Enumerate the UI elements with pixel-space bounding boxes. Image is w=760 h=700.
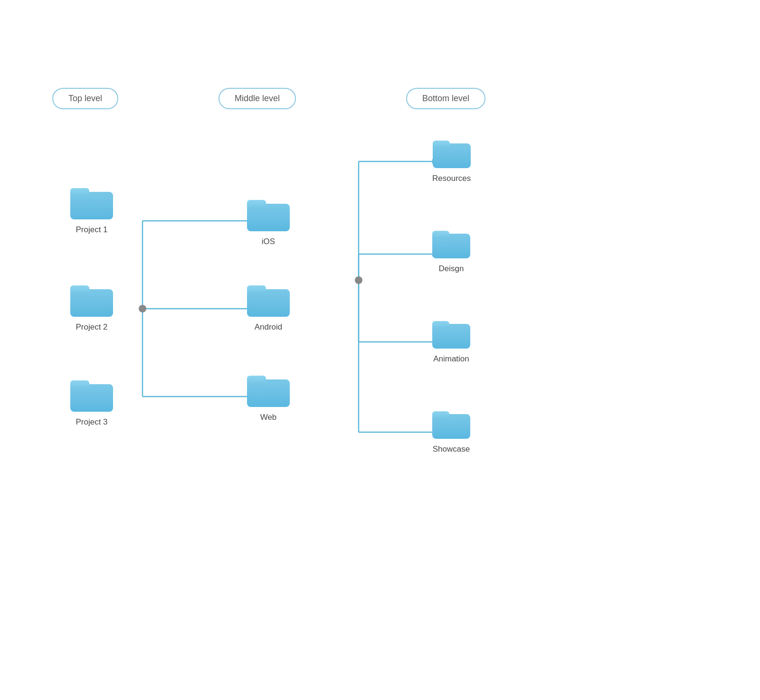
folder-label-animation: Animation (433, 354, 469, 364)
folder-icon-design (432, 228, 470, 258)
folder-icon-android (247, 283, 290, 317)
folder-icon-animation (432, 318, 470, 349)
folder-icon-ios (247, 197, 290, 231)
folder-showcase[interactable]: Showcase (432, 408, 470, 454)
folder-android[interactable]: Android (247, 283, 290, 332)
folder-label-project1: Project 1 (76, 225, 107, 235)
folder-icon-project3 (70, 378, 113, 412)
folder-label-android: Android (255, 322, 283, 332)
connector-dot-2 (355, 276, 362, 284)
middle-level-label: Middle level (218, 88, 296, 109)
top-level-label: Top level (52, 88, 118, 109)
folder-label-resources: Resources (432, 174, 471, 183)
folder-label-web: Web (260, 413, 277, 422)
folder-resources[interactable]: Resources (432, 138, 471, 183)
bottom-level-label: Bottom level (406, 88, 485, 109)
folder-project3[interactable]: Project 3 (70, 378, 113, 427)
folder-icon-showcase (432, 408, 470, 439)
folder-web[interactable]: Web (247, 373, 290, 422)
folder-project1[interactable]: Project 1 (70, 185, 113, 235)
folder-label-project3: Project 3 (76, 417, 107, 427)
folder-ios[interactable]: iOS (247, 197, 290, 246)
folder-label-project2: Project 2 (76, 322, 107, 332)
connector-dot-1 (139, 305, 146, 312)
folder-label-design: Deisgn (439, 264, 464, 274)
folder-label-ios: iOS (262, 237, 275, 246)
folder-icon-project1 (70, 185, 113, 219)
folder-animation[interactable]: Animation (432, 318, 470, 364)
folder-project2[interactable]: Project 2 (70, 283, 113, 332)
folder-design[interactable]: Deisgn (432, 228, 470, 274)
diagram-container: Top level Middle level Bottom level Proj… (0, 0, 760, 700)
folder-icon-web (247, 373, 290, 407)
folder-icon-project2 (70, 283, 113, 317)
folder-icon-resources (433, 138, 471, 168)
folder-label-showcase: Showcase (433, 445, 470, 454)
